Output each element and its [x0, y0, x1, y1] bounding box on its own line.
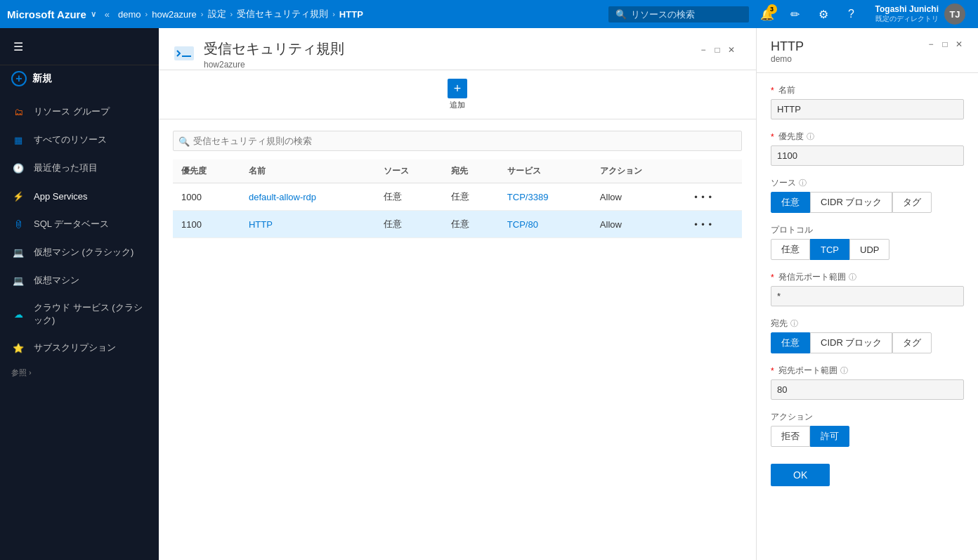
search-filter-wrap: 🔍	[173, 131, 742, 151]
sidebar-item-subscriptions[interactable]: ⭐ サブスクリプション	[0, 334, 159, 362]
all-resources-icon: ▦	[11, 133, 25, 147]
dest-port-input[interactable]	[771, 379, 964, 400]
row1-service[interactable]: TCP/3389	[499, 183, 592, 211]
right-panel: HTTP demo − □ ✕ * 名前 * 優先	[756, 28, 978, 560]
dest-btn-group: 任意 CIDR ブロック タグ	[771, 332, 964, 353]
right-panel-subtitle: demo	[771, 54, 804, 64]
src-port-required: *	[771, 273, 774, 282]
action-option-deny[interactable]: 拒否	[771, 426, 810, 447]
close-button[interactable]: ✕	[726, 45, 736, 55]
avatar: TJ	[944, 4, 965, 25]
sidebar-item-app-services[interactable]: ⚡ App Services	[0, 182, 159, 210]
vm-classic-icon: 💻	[11, 245, 25, 259]
sidebar-item-recent[interactable]: 🕐 最近使った項目	[0, 154, 159, 182]
right-panel-controls: − □ ✕	[926, 39, 964, 49]
notification-button[interactable]: 🔔 3	[755, 1, 780, 27]
source-option-any[interactable]: 任意	[771, 192, 810, 213]
row1-source: 任意	[375, 183, 443, 211]
right-minimize-button[interactable]: −	[926, 39, 936, 49]
dest-option-any[interactable]: 任意	[771, 332, 810, 353]
priority-label: * 優先度 ⓘ	[771, 131, 964, 143]
col-priority: 優先度	[173, 159, 240, 183]
sidebar-item-all-resources[interactable]: ▦ すべてのリソース	[0, 126, 159, 154]
hamburger-button[interactable]: ☰	[7, 35, 30, 58]
source-option-tag[interactable]: タグ	[892, 192, 932, 213]
new-button[interactable]: + 新規	[0, 65, 159, 92]
add-icon: +	[448, 79, 467, 98]
global-search[interactable]: 🔍	[608, 6, 749, 22]
subscriptions-icon: ⭐	[11, 341, 25, 355]
row1-name[interactable]: default-allow-rdp	[240, 183, 375, 211]
protocol-option-any[interactable]: 任意	[771, 239, 810, 260]
source-label: ソース ⓘ	[771, 177, 964, 189]
pencil-icon: ✏	[790, 8, 800, 21]
breadcrumb-demo[interactable]: demo	[118, 9, 141, 20]
sidebar-label-resource-groups: リソース グループ	[34, 105, 110, 118]
dest-port-info-icon[interactable]: ⓘ	[840, 365, 848, 376]
sidebar-item-cloud-services[interactable]: ☁ クラウド サービス (クラシック)	[0, 294, 159, 334]
protocol-option-udp[interactable]: UDP	[849, 239, 889, 260]
sidebar-item-resource-groups[interactable]: 🗂 リソース グループ	[0, 98, 159, 126]
form-group-dest: 宛先 ⓘ 任意 CIDR ブロック タグ	[771, 318, 964, 353]
vm-icon: 💻	[11, 273, 25, 287]
add-rule-button[interactable]: + 追加	[173, 76, 742, 113]
settings-button[interactable]: ⚙	[811, 1, 836, 27]
dest-label: 宛先 ⓘ	[771, 318, 964, 330]
breadcrumb: demo › how2azure › 設定 › 受信セキュリティ規則 › HTT…	[118, 8, 603, 20]
brand-chevron-icon: ∨	[91, 10, 96, 19]
protocol-option-tcp[interactable]: TCP	[810, 239, 849, 260]
source-info-icon[interactable]: ⓘ	[799, 178, 807, 188]
dest-option-tag[interactable]: タグ	[892, 332, 932, 353]
ok-button[interactable]: OK	[771, 464, 830, 486]
dest-info-icon[interactable]: ⓘ	[790, 318, 798, 329]
panel-subtitle: how2azure	[204, 60, 684, 70]
row2-dots[interactable]: • • •	[686, 211, 742, 238]
breadcrumb-settings[interactable]: 設定	[208, 8, 226, 20]
help-button[interactable]: ?	[839, 1, 864, 27]
panel-title: 受信セキュリティ規則	[204, 39, 684, 58]
priority-input[interactable]	[771, 145, 964, 166]
priority-info-icon[interactable]: ⓘ	[807, 131, 814, 142]
maximize-button[interactable]: □	[712, 45, 722, 55]
panel-icon	[173, 42, 195, 65]
table-row[interactable]: 1000 default-allow-rdp 任意 任意 TCP/3389 Al…	[173, 183, 742, 211]
user-name: Togashi Junichi	[875, 4, 939, 14]
edit-button[interactable]: ✏	[783, 1, 808, 27]
search-input[interactable]	[631, 9, 736, 20]
form-group-priority: * 優先度 ⓘ	[771, 131, 964, 166]
table-row[interactable]: 1100 HTTP 任意 任意 TCP/80 Allow • • •	[173, 211, 742, 238]
src-port-info-icon[interactable]: ⓘ	[849, 272, 856, 282]
breadcrumb-security[interactable]: 受信セキュリティ規則	[237, 8, 328, 20]
right-maximize-button[interactable]: □	[940, 39, 950, 49]
right-close-button[interactable]: ✕	[954, 39, 964, 49]
panel-title-area: 受信セキュリティ規則 how2azure	[204, 39, 684, 70]
user-menu[interactable]: Togashi Junichi 既定のディレクトリ TJ	[870, 4, 971, 25]
protocol-label: プロトコル	[771, 224, 964, 236]
add-label: 追加	[450, 100, 465, 110]
row1-dots[interactable]: • • •	[686, 183, 742, 211]
row2-service[interactable]: TCP/80	[499, 211, 592, 238]
sidebar-item-sql-db[interactable]: 🛢 SQL データベース	[0, 210, 159, 238]
col-name: 名前	[240, 159, 375, 183]
breadcrumb-how2azure[interactable]: how2azure	[152, 9, 197, 20]
sep4: ›	[332, 10, 335, 18]
minimize-button[interactable]: −	[698, 45, 708, 55]
action-option-allow[interactable]: 許可	[810, 426, 849, 447]
dest-port-required: *	[771, 366, 774, 376]
priority-required: *	[771, 132, 774, 142]
table-body: 1000 default-allow-rdp 任意 任意 TCP/3389 Al…	[173, 183, 742, 238]
dest-option-cidr[interactable]: CIDR ブロック	[810, 332, 892, 353]
breadcrumb-http[interactable]: HTTP	[339, 9, 363, 20]
sidebar-item-vm-classic[interactable]: 💻 仮想マシン (クラシック)	[0, 238, 159, 266]
content-area: 受信セキュリティ規則 how2azure − □ ✕ + 追加	[159, 28, 756, 560]
sidebar-item-vm[interactable]: 💻 仮想マシン	[0, 266, 159, 294]
brand[interactable]: Microsoft Azure ∨	[7, 8, 96, 20]
browse-section[interactable]: 参照 ›	[0, 362, 159, 384]
form-group-source: ソース ⓘ 任意 CIDR ブロック タグ	[771, 177, 964, 213]
source-option-cidr[interactable]: CIDR ブロック	[810, 192, 892, 213]
rule-search-input[interactable]	[173, 131, 742, 151]
src-port-input[interactable]	[771, 286, 964, 306]
name-input[interactable]	[771, 99, 964, 119]
search-filter: 🔍	[173, 131, 742, 151]
row2-name[interactable]: HTTP	[240, 211, 375, 238]
